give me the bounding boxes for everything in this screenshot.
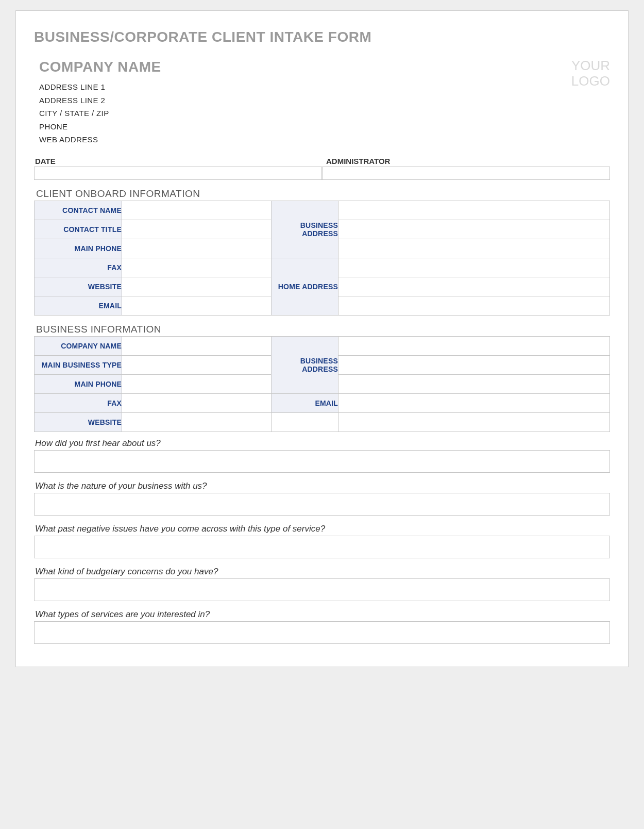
q5-label: What types of services are you intereste… [34, 608, 610, 621]
input-biz-address-1[interactable] [338, 337, 609, 355]
input-business-address-1[interactable] [338, 201, 609, 220]
q4-input[interactable] [34, 578, 610, 601]
q5-input[interactable] [34, 621, 610, 644]
input-business-address-3[interactable] [338, 239, 609, 258]
administrator-label: ADMINISTRATOR [322, 156, 610, 167]
q4-label: What kind of budgetary concerns do you h… [34, 566, 610, 578]
input-home-address-1[interactable] [338, 258, 609, 277]
date-input[interactable] [34, 167, 322, 180]
input-fax[interactable] [122, 258, 271, 277]
onboard-table: CONTACT NAME BUSINESS ADDRESS CONTACT TI… [34, 201, 610, 316]
input-email[interactable] [122, 296, 271, 315]
label-contact-name: CONTACT NAME [35, 201, 122, 220]
input-contact-title[interactable] [122, 220, 271, 239]
input-biz-address-2[interactable] [338, 356, 609, 374]
label-biz-email: EMAIL [272, 393, 338, 412]
q1-input[interactable] [34, 450, 610, 473]
city-state-zip: CITY / STATE / ZIP [39, 107, 161, 120]
q3-label: What past negative issues have you come … [34, 523, 610, 535]
qa-block-1: How did you first hear about us? [34, 437, 610, 475]
date-label: DATE [34, 156, 322, 167]
company-name: COMPANY NAME [39, 59, 161, 75]
address-line-2: ADDRESS LINE 2 [39, 94, 161, 107]
intake-form-page: BUSINESS/CORPORATE CLIENT INTAKE FORM CO… [15, 10, 629, 667]
input-contact-name[interactable] [122, 201, 271, 220]
label-website: WEBSITE [35, 277, 122, 296]
header-row: COMPANY NAME ADDRESS LINE 1 ADDRESS LINE… [34, 56, 610, 146]
qa-block-4: What kind of budgetary concerns do you h… [34, 566, 610, 603]
input-biz-company-name[interactable] [122, 337, 271, 355]
input-biz-address-3[interactable] [338, 375, 609, 393]
label-biz-business-address: BUSINESS ADDRESS [272, 336, 338, 393]
input-home-address-3[interactable] [338, 296, 609, 315]
company-web: WEB ADDRESS [39, 133, 161, 146]
input-business-address-2[interactable] [338, 220, 609, 239]
label-main-phone: MAIN PHONE [35, 239, 122, 258]
input-biz-fax[interactable] [122, 394, 271, 412]
logo-line1: YOUR [571, 58, 610, 74]
q3-input[interactable] [34, 536, 610, 558]
label-biz-main-phone: MAIN PHONE [35, 374, 122, 393]
logo-line2: LOGO [571, 74, 610, 89]
input-home-address-2[interactable] [338, 277, 609, 296]
input-website[interactable] [122, 277, 271, 296]
input-biz-type[interactable] [122, 356, 271, 374]
section-title-onboard: CLIENT ONBOARD INFORMATION [36, 188, 610, 200]
label-fax: FAX [35, 258, 122, 277]
qa-block-2: What is the nature of your business with… [34, 480, 610, 518]
input-biz-website[interactable] [122, 413, 271, 432]
input-main-phone[interactable] [122, 239, 271, 258]
label-biz-type: MAIN BUSINESS TYPE [35, 355, 122, 374]
administrator-input[interactable] [322, 167, 610, 180]
qa-block-3: What past negative issues have you come … [34, 523, 610, 560]
q1-label: How did you first hear about us? [34, 437, 610, 450]
section-title-business: BUSINESS INFORMATION [36, 324, 610, 335]
form-title: BUSINESS/CORPORATE CLIENT INTAKE FORM [34, 29, 610, 45]
label-home-address: HOME ADDRESS [272, 258, 338, 315]
logo-placeholder: YOUR LOGO [571, 56, 610, 89]
label-email: EMAIL [35, 296, 122, 315]
label-contact-title: CONTACT TITLE [35, 220, 122, 239]
business-table: COMPANY NAME BUSINESS ADDRESS MAIN BUSIN… [34, 336, 610, 432]
label-biz-fax: FAX [35, 393, 122, 412]
company-block: COMPANY NAME ADDRESS LINE 1 ADDRESS LINE… [34, 56, 161, 146]
qa-block-5: What types of services are you intereste… [34, 608, 610, 646]
address-line-1: ADDRESS LINE 1 [39, 80, 161, 94]
label-business-address: BUSINESS ADDRESS [272, 201, 338, 258]
input-biz-main-phone[interactable] [122, 375, 271, 393]
date-admin-row: DATE ADMINISTRATOR [34, 156, 610, 180]
label-biz-company-name: COMPANY NAME [35, 336, 122, 355]
q2-input[interactable] [34, 493, 610, 516]
q2-label: What is the nature of your business with… [34, 480, 610, 492]
company-phone: PHONE [39, 120, 161, 134]
label-biz-website: WEBSITE [35, 412, 122, 432]
input-biz-email[interactable] [338, 394, 609, 412]
